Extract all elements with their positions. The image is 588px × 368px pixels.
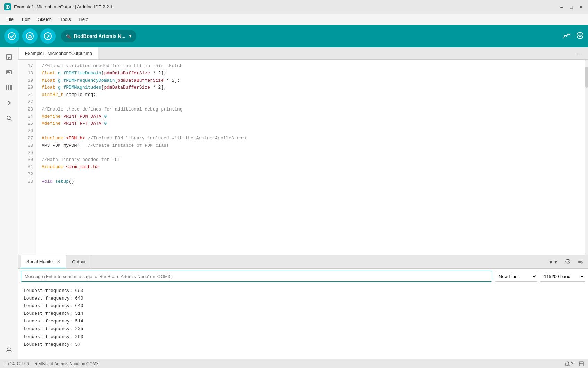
- window-controls: – □ ✕: [559, 4, 584, 10]
- svg-point-3: [8, 33, 15, 40]
- baud-select[interactable]: 115200 baud9600 baud19200 baud38400 baud…: [540, 271, 585, 282]
- editor-tab-main[interactable]: Example1_MicrophoneOutput.ino: [19, 47, 98, 59]
- code-line-24: #define PRINT_PDM_DATA 0: [42, 113, 579, 121]
- verify-button[interactable]: [4, 28, 19, 44]
- code-line-25: #define PRINT_FFT_DATA 0: [42, 120, 579, 128]
- svg-point-11: [580, 35, 581, 36]
- menu-edit[interactable]: Edit: [18, 15, 33, 23]
- notification-count: 2: [571, 361, 573, 366]
- app-icon: [4, 3, 11, 10]
- serial-line-4: Loudest frequency: 514: [24, 310, 582, 318]
- svg-point-27: [8, 347, 10, 350]
- serial-monitor-icon[interactable]: [576, 32, 584, 41]
- svg-point-25: [7, 116, 10, 120]
- serial-output: Loudest frequency: 663 Loudest frequency…: [18, 284, 588, 359]
- upload-button[interactable]: [22, 28, 38, 44]
- board-name: RedBoard Artemis N...: [74, 33, 125, 39]
- serial-input[interactable]: [21, 271, 492, 282]
- close-button[interactable]: ✕: [578, 4, 584, 10]
- minimize-button[interactable]: –: [559, 4, 564, 10]
- svg-rect-22: [10, 85, 12, 90]
- sidebar-item-files[interactable]: [2, 50, 16, 64]
- serial-line-5: Loudest frequency: 514: [24, 318, 582, 325]
- maximize-button[interactable]: □: [569, 4, 574, 10]
- code-line-17: //Global variables needed for the FFT in…: [42, 63, 579, 70]
- serial-line-2: Loudest frequency: 640: [24, 295, 582, 302]
- svg-line-26: [10, 119, 11, 121]
- collapse-button[interactable]: ▼▼: [546, 259, 560, 265]
- serial-plotter-icon[interactable]: [563, 32, 571, 41]
- status-bar: Ln 14, Col 66 RedBoard Artemis Nano on C…: [0, 359, 588, 368]
- tab-filename: Example1_MicrophoneOutput.ino: [25, 51, 92, 56]
- code-line-28: AP3_PDM myPDM; //Create instance of PDM …: [42, 142, 579, 149]
- tab-serial-monitor[interactable]: Serial Monitor ✕: [21, 255, 66, 268]
- window-title: Example1_MicrophoneOutput | Arduino IDE …: [14, 4, 559, 9]
- menu-bar: File Edit Sketch Tools Help: [0, 14, 588, 25]
- sidebar-item-boards[interactable]: [2, 65, 16, 79]
- serial-line-8: Loudest frequency: 57: [24, 341, 582, 349]
- newline-select[interactable]: New LineNo line endingCarriage returnBot…: [495, 271, 537, 282]
- sidebar-item-debug[interactable]: [2, 96, 16, 110]
- svg-marker-23: [8, 101, 11, 105]
- code-line-20: float g_fPDMMagnitudes[pdmDataBufferSize…: [42, 84, 579, 91]
- sidebar-item-libraries[interactable]: [2, 81, 16, 95]
- svg-line-30: [568, 261, 569, 262]
- bottom-panel: Serial Monitor ✕ Output ▼▼: [18, 255, 588, 359]
- code-line-32: [42, 171, 579, 178]
- cursor-position: Ln 14, Col 66: [4, 361, 29, 366]
- line-numbers: 17 18 19 20 21 22 23 24 25 26 27 28 29 3…: [18, 60, 36, 255]
- code-line-19: float g_fPDMFrequencyDomain[pdmDataBuffe…: [42, 77, 579, 84]
- code-line-22: [42, 99, 579, 106]
- output-tab-label: Output: [72, 259, 85, 264]
- serial-line-3: Loudest frequency: 640: [24, 302, 582, 310]
- autoscroll-button[interactable]: [575, 258, 585, 266]
- svg-rect-21: [8, 85, 10, 90]
- debugger-button[interactable]: [40, 28, 56, 44]
- svg-rect-17: [7, 72, 9, 73]
- scrollbar-thumb[interactable]: [585, 67, 588, 88]
- serial-line-7: Loudest frequency: 263: [24, 333, 582, 341]
- svg-marker-7: [47, 35, 50, 38]
- main-area: Example1_MicrophoneOutput.ino ⋯ 17 18 19…: [0, 47, 588, 359]
- serial-monitor-tab-label: Serial Monitor: [26, 259, 54, 264]
- sidebar-item-profile[interactable]: [2, 342, 16, 356]
- title-bar: Example1_MicrophoneOutput | Arduino IDE …: [0, 0, 588, 14]
- sidebar-item-search[interactable]: [2, 111, 16, 125]
- editor-area: Example1_MicrophoneOutput.ino ⋯ 17 18 19…: [18, 47, 588, 359]
- code-line-21: uint32_t sampleFreq;: [42, 91, 579, 99]
- board-selector[interactable]: 🔌 RedBoard Artemis N... ▼: [61, 30, 136, 42]
- svg-rect-20: [6, 85, 8, 90]
- status-bar-right: 2: [565, 361, 584, 366]
- notification-bell[interactable]: 2: [565, 361, 573, 366]
- code-line-31: #include <arm_math.h>: [42, 164, 579, 171]
- bottom-tab-controls: ▼▼: [546, 258, 585, 266]
- toolbar: 🔌 RedBoard Artemis N... ▼: [0, 25, 588, 47]
- menu-help[interactable]: Help: [75, 15, 92, 23]
- toolbar-right: [563, 32, 584, 41]
- code-line-30: //Math library needed for FFT: [42, 156, 579, 164]
- serial-line-6: Loudest frequency: 205: [24, 325, 582, 333]
- code-line-23: //Enable these defines for additional de…: [42, 106, 579, 113]
- tab-more-button[interactable]: ⋯: [572, 50, 587, 57]
- code-line-18: float g_fPDMTimeDomain[pdmDataBufferSize…: [42, 70, 579, 77]
- tab-output[interactable]: Output: [66, 255, 91, 268]
- bottom-tabs: Serial Monitor ✕ Output ▼▼: [18, 255, 588, 269]
- menu-sketch[interactable]: Sketch: [34, 15, 55, 23]
- menu-tools[interactable]: Tools: [57, 15, 74, 23]
- code-editor[interactable]: 17 18 19 20 21 22 23 24 25 26 27 28 29 3…: [18, 60, 588, 255]
- editor-scrollbar[interactable]: [585, 60, 588, 255]
- layout-icon[interactable]: [579, 361, 584, 366]
- board-status: RedBoard Artemis Nano on COM3: [34, 361, 98, 366]
- chevron-down-icon: ▼: [128, 34, 132, 39]
- serial-input-row: New LineNo line endingCarriage returnBot…: [18, 269, 588, 284]
- timestamp-button[interactable]: [563, 258, 573, 266]
- serial-line-1: Loudest frequency: 663: [24, 287, 582, 295]
- usb-icon: 🔌: [65, 33, 71, 39]
- code-content[interactable]: //Global variables needed for the FFT in…: [36, 60, 585, 255]
- sidebar: [0, 47, 18, 359]
- tab-bar: Example1_MicrophoneOutput.ino ⋯: [18, 47, 588, 60]
- menu-file[interactable]: File: [3, 15, 17, 23]
- serial-monitor-close-button[interactable]: ✕: [57, 259, 60, 264]
- code-line-33: void setup(): [42, 178, 579, 186]
- code-line-27: #include <PDM.h> //Include PDM library i…: [42, 135, 579, 142]
